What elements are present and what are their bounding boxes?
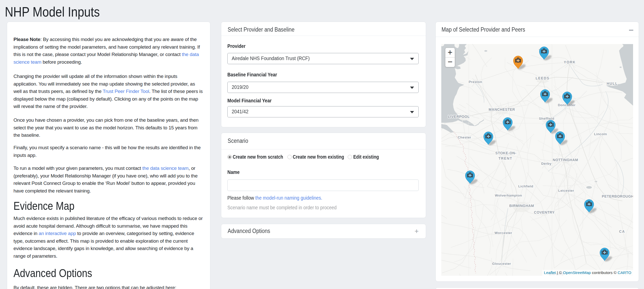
svg-text:BIRMINGHAM: BIRMINGHAM	[509, 204, 534, 208]
svg-text:Sheffield: Sheffield	[539, 117, 554, 120]
svg-text:Lichfield: Lichfield	[518, 184, 533, 188]
svg-text:LEEDS: LEEDS	[536, 76, 550, 80]
svg-text:MANCHESTER: MANCHESTER	[489, 107, 515, 112]
svg-text:Gloucester: Gloucester	[492, 262, 511, 266]
svg-text:Worcester: Worcester	[494, 231, 512, 235]
svg-text:YORK: YORK	[564, 60, 576, 64]
svg-text:Chester: Chester	[458, 135, 471, 139]
svg-text:CA: CA	[619, 229, 625, 233]
svg-text:COVENTRY: COVENTRY	[534, 210, 554, 214]
svg-text:TRENT: TRENT	[499, 156, 513, 160]
svg-text:Preston: Preston	[469, 80, 482, 84]
svg-text:Lincoln: Lincoln	[594, 132, 607, 136]
svg-text:NOTTINGHAM: NOTTINGHAM	[553, 158, 578, 162]
svg-text:Derby: Derby	[541, 162, 551, 166]
svg-text:LIVERPOOL: LIVERPOOL	[448, 115, 470, 119]
svg-text:HULL: HULL	[607, 81, 618, 86]
svg-text:Wolverhampton: Wolverhampton	[495, 194, 522, 197]
svg-text:PETERBOROUGH: PETERBOROUGH	[602, 194, 633, 198]
svg-text:Leicester: Leicester	[558, 189, 574, 192]
svg-text:STOKE-ON-: STOKE-ON-	[495, 151, 517, 155]
